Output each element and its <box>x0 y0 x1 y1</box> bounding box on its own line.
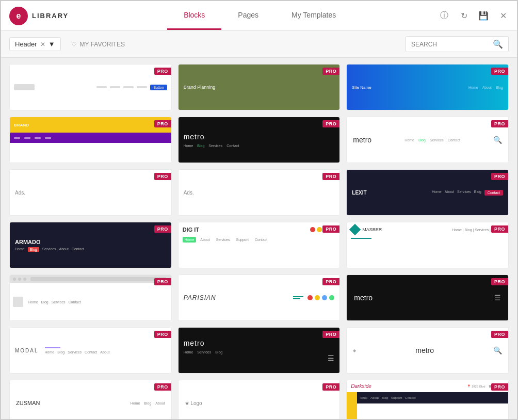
template-card[interactable]: metro ☰ PRO <box>346 274 509 321</box>
template-card[interactable]: PARISIAN <box>178 274 341 321</box>
refresh-icon[interactable]: ↻ <box>458 10 470 22</box>
tab-blocks[interactable]: Blocks <box>167 2 221 30</box>
pro-badge: PRO <box>154 278 171 285</box>
template-card[interactable]: DIG IT Home About Services <box>178 222 341 268</box>
tab-pages[interactable]: Pages <box>221 2 275 30</box>
pro-badge: PRO <box>154 383 171 391</box>
template-card[interactable]: Ads. PRO <box>9 169 172 216</box>
pro-badge: PRO <box>322 331 339 338</box>
pro-badge: PRO <box>491 383 508 391</box>
template-card[interactable]: ★ Logo PRO <box>178 380 341 419</box>
heart-icon: ♡ <box>71 41 77 48</box>
pro-badge: PRO <box>491 120 508 127</box>
template-card[interactable]: Site Name Home About Blog PRO <box>346 64 509 110</box>
save-icon[interactable]: 💾 <box>478 10 489 22</box>
pro-badge: PRO <box>322 383 339 391</box>
template-card[interactable]: Ads. PRO <box>178 169 341 216</box>
pro-badge: PRO <box>491 278 508 285</box>
template-card[interactable]: ◆ metro 🔍 PRO <box>346 327 509 374</box>
template-card[interactable]: MASBER Home | Blog | Services | Contact … <box>346 222 509 268</box>
template-card[interactable]: MODAL Home Blog Services Contact About <box>9 327 172 374</box>
template-card[interactable]: Brand Planning PRO <box>178 64 341 110</box>
template-card[interactable]: Home Blog Services Contact PRO <box>9 274 172 321</box>
filter-clear[interactable]: ✕ <box>40 41 45 48</box>
pro-badge: PRO <box>491 331 508 338</box>
template-card[interactable]: ARMADO Home Blog Services About Contact … <box>9 222 172 268</box>
pro-badge: PRO <box>322 120 339 127</box>
pro-badge: PRO <box>154 120 171 127</box>
library-title: LIBRARY <box>32 12 69 20</box>
pro-badge: PRO <box>322 278 339 285</box>
modal-header: e LIBRARY Blocks Pages My Templates ⓘ ↻ … <box>1 1 517 31</box>
pro-badge: PRO <box>491 68 508 75</box>
info-icon[interactable]: ⓘ <box>439 10 450 22</box>
pro-badge: PRO <box>154 331 171 338</box>
template-card[interactable]: metro Home Blog Services Contact PRO <box>178 117 341 163</box>
search-icon: 🔍 <box>493 39 503 49</box>
pro-badge: PRO <box>322 173 339 180</box>
search-input[interactable] <box>411 41 490 48</box>
pro-badge: PRO <box>491 225 508 233</box>
pro-badge: PRO <box>322 225 339 233</box>
pro-badge: PRO <box>491 173 508 180</box>
search-area: 🔍 <box>406 36 509 52</box>
template-card[interactable]: LEXIT Home About Services Blog Contact P… <box>346 169 509 216</box>
template-card[interactable]: ZUSMAN Home Blog About PRO <box>9 380 172 419</box>
pro-badge: PRO <box>154 173 171 180</box>
pro-badge: PRO <box>154 68 171 75</box>
header-icons: ⓘ ↻ 💾 ✕ <box>439 10 509 22</box>
template-grid: Button PRO Brand Planning PRO <box>9 64 509 419</box>
elementor-logo: e <box>9 7 28 25</box>
dropdown-arrow: ▼ <box>48 40 55 48</box>
tab-nav: Blocks Pages My Templates <box>81 2 439 30</box>
template-card[interactable]: Button PRO <box>9 64 172 110</box>
template-card[interactable]: Darkside 📍 1923 Blvd ☎ 123 456 Shop Abou… <box>346 380 509 419</box>
tab-my-templates[interactable]: My Templates <box>275 2 352 30</box>
filter-dropdown[interactable]: Header ✕ ▼ <box>9 37 61 51</box>
toolbar: Header ✕ ▼ ♡ MY FAVORITES 🔍 <box>1 31 517 58</box>
pro-badge: PRO <box>154 225 171 233</box>
logo-area: e LIBRARY <box>9 7 69 25</box>
favorites-button[interactable]: ♡ MY FAVORITES <box>67 38 130 51</box>
template-grid-container: Button PRO Brand Planning PRO <box>1 58 517 419</box>
template-card[interactable]: metro Home Services Blog ☰ PRO <box>178 327 341 374</box>
close-icon[interactable]: ✕ <box>497 10 509 22</box>
pro-badge: PRO <box>322 68 339 75</box>
template-card[interactable]: BRAND PRO <box>9 117 172 163</box>
template-card[interactable]: metro Home Blog Services Contact 🔍 PRO <box>346 117 509 163</box>
favorites-label: MY FAVORITES <box>80 41 125 48</box>
library-modal: e LIBRARY Blocks Pages My Templates ⓘ ↻ … <box>0 0 518 420</box>
filter-label: Header <box>15 40 37 48</box>
